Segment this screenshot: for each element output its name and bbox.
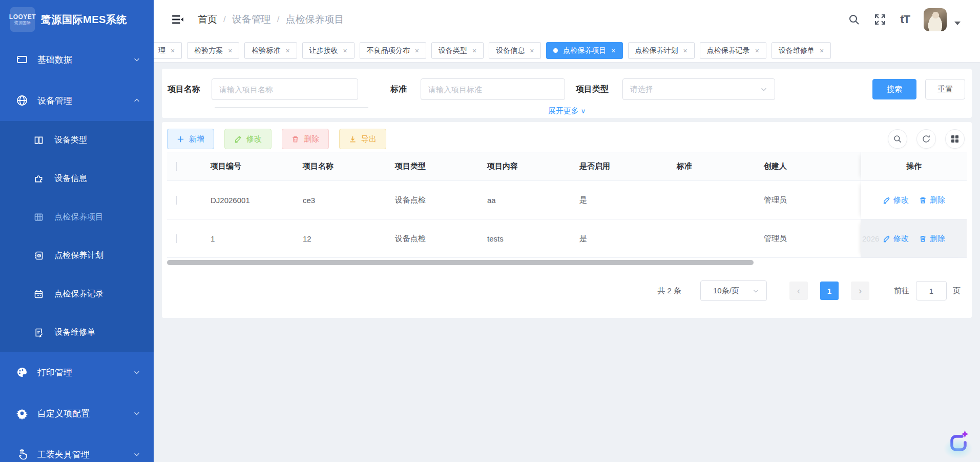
edit-button[interactable]: 修改 bbox=[224, 129, 272, 149]
table-row: 1 12 设备点检 tests 是 管理员 2026 修改 删除 bbox=[167, 219, 967, 258]
scrollbar-thumb[interactable] bbox=[167, 260, 754, 265]
tab-close-icon[interactable]: × bbox=[472, 47, 476, 54]
tab-close-icon[interactable]: × bbox=[285, 47, 289, 54]
sidebar-item-inspection-items[interactable]: 点检保养项目 bbox=[0, 198, 154, 236]
tab-inspection-items-active[interactable]: 点检保养项目× bbox=[546, 42, 622, 59]
pagination-total: 共 2 条 bbox=[657, 286, 681, 296]
page-size-select[interactable]: 10条/页 bbox=[700, 280, 767, 301]
col-header-type: 项目类型 bbox=[388, 162, 481, 171]
tab-cutoff[interactable]: 理× bbox=[154, 42, 182, 59]
tab-close-icon[interactable]: × bbox=[611, 47, 615, 54]
goto-label: 前往 bbox=[894, 286, 909, 296]
sidebar-item-base-data[interactable]: 基础数据 bbox=[0, 39, 154, 80]
tab-bar: 理× 检验方案× 检验标准× 让步接收× 不良品项分布× 设备类型× 设备信息×… bbox=[154, 39, 980, 63]
avatar-caret-down-icon[interactable] bbox=[954, 22, 961, 25]
project-name-input[interactable] bbox=[212, 78, 358, 100]
cell-type: 设备点检 bbox=[388, 234, 481, 244]
tab-concession-acceptance[interactable]: 让步接收× bbox=[302, 42, 355, 59]
next-page-button[interactable]: › bbox=[851, 282, 869, 300]
row-edit-link[interactable]: 修改 bbox=[883, 195, 909, 205]
tab-defect-distribution[interactable]: 不良品项分布× bbox=[360, 42, 426, 59]
search-icon[interactable] bbox=[848, 13, 860, 26]
standard-input[interactable] bbox=[421, 78, 565, 100]
breadcrumb-current-page: 点检保养项目 bbox=[285, 13, 344, 26]
user-avatar[interactable] bbox=[924, 8, 947, 31]
app-title: 鹭源国际MES系统 bbox=[41, 13, 127, 27]
logo-text: LOOYET bbox=[9, 14, 36, 21]
tab-close-icon[interactable]: × bbox=[343, 47, 347, 54]
tab-close-icon[interactable]: × bbox=[820, 47, 824, 54]
chevron-down-icon bbox=[753, 288, 759, 294]
fullscreen-icon[interactable] bbox=[874, 13, 886, 26]
hidden-column-peek: 2026 bbox=[862, 234, 879, 243]
cell-content: tests bbox=[481, 234, 573, 243]
sidebar-item-label: 设备类型 bbox=[54, 135, 87, 146]
sidebar-item-device-info[interactable]: 设备信息 bbox=[0, 159, 154, 198]
sidebar-item-repair-order[interactable]: 设备维修单 bbox=[0, 313, 154, 352]
row-checkbox[interactable] bbox=[176, 196, 177, 205]
prev-page-button[interactable]: ‹ bbox=[789, 282, 808, 300]
tab-close-icon[interactable]: × bbox=[683, 47, 687, 54]
tab-close-icon[interactable]: × bbox=[415, 47, 419, 54]
table-row: DJ2026001 ce3 设备点检 aa 是 管理员 修改 删除 bbox=[167, 181, 967, 219]
tab-inspection-scheme[interactable]: 检验方案× bbox=[187, 42, 239, 59]
search-button[interactable]: 搜索 bbox=[872, 79, 916, 99]
row-delete-link[interactable]: 删除 bbox=[919, 234, 945, 244]
row-edit-link[interactable]: 修改 bbox=[883, 234, 909, 244]
cell-name: ce3 bbox=[296, 196, 388, 205]
logo-row: LOOYET 鹭源国际 鹭源国际MES系统 bbox=[0, 0, 154, 39]
row-delete-link[interactable]: 删除 bbox=[919, 195, 945, 205]
project-type-select[interactable]: 请选择 bbox=[622, 78, 775, 100]
breadcrumb-home[interactable]: 首页 bbox=[198, 13, 217, 26]
tab-close-icon[interactable]: × bbox=[171, 47, 175, 54]
cell-code: 1 bbox=[204, 234, 296, 243]
logo-subtext: 鹭源国际 bbox=[14, 21, 31, 25]
table-card: 新增 修改 删除 导出 bbox=[162, 122, 972, 318]
refresh-icon[interactable] bbox=[916, 129, 936, 149]
goto-page-input[interactable] bbox=[916, 281, 947, 300]
filter-card: 项目名称 标准 项目类型 请选择 搜索 重置 展开更多 ∨ bbox=[162, 69, 972, 118]
sidebar-item-label: 自定义项配置 bbox=[37, 408, 90, 419]
tab-close-icon[interactable]: × bbox=[755, 47, 759, 54]
gear-icon bbox=[15, 407, 29, 420]
sidebar-item-device-type[interactable]: 设备类型 bbox=[0, 121, 154, 159]
pencil-icon bbox=[883, 196, 890, 204]
export-button[interactable]: 导出 bbox=[339, 129, 386, 149]
table-search-icon[interactable] bbox=[888, 129, 907, 149]
sidebar-item-label: 设备信息 bbox=[54, 173, 87, 184]
cell-code: DJ2026001 bbox=[204, 196, 296, 205]
row-checkbox[interactable] bbox=[176, 234, 177, 243]
col-header-standard: 标准 bbox=[670, 162, 757, 171]
sidebar-item-tooling-management[interactable]: 工装夹具管理 bbox=[0, 434, 154, 462]
puzzle-icon bbox=[33, 173, 44, 185]
tab-inspection-record[interactable]: 点检保养记录× bbox=[700, 42, 766, 59]
tab-inspection-plan[interactable]: 点检保养计划× bbox=[628, 42, 695, 59]
sidebar-item-inspection-plan[interactable]: 点检保养计划 bbox=[0, 236, 154, 275]
tab-close-icon[interactable]: × bbox=[530, 47, 534, 54]
column-settings-icon[interactable] bbox=[945, 129, 965, 149]
data-table: 项目编号 项目名称 项目类型 项目内容 是否启用 标准 创建人 操作 DJ202… bbox=[167, 152, 967, 258]
tab-device-info[interactable]: 设备信息× bbox=[489, 42, 541, 59]
pencil-icon bbox=[883, 235, 890, 243]
sidebar-item-print-management[interactable]: 打印管理 bbox=[0, 352, 154, 393]
add-button[interactable]: 新增 bbox=[167, 129, 214, 149]
tab-close-icon[interactable]: × bbox=[228, 47, 232, 54]
reset-button[interactable]: 重置 bbox=[925, 79, 965, 99]
tab-repair-order[interactable]: 设备维修单× bbox=[772, 42, 831, 59]
select-all-checkbox[interactable] bbox=[176, 162, 177, 171]
sidebar-item-label: 设备维修单 bbox=[54, 327, 95, 338]
font-size-icon[interactable]: tT bbox=[900, 13, 910, 26]
sidebar-fold-icon[interactable] bbox=[171, 13, 184, 26]
tab-device-type[interactable]: 设备类型× bbox=[431, 42, 484, 59]
page-number-1[interactable]: 1 bbox=[820, 282, 839, 300]
tab-inspection-standard[interactable]: 检验标准× bbox=[244, 42, 297, 59]
expand-more-link[interactable]: 展开更多 ∨ bbox=[162, 106, 972, 116]
sidebar-item-custom-config[interactable]: 自定义项配置 bbox=[0, 393, 154, 434]
col-header-name: 项目名称 bbox=[296, 162, 388, 171]
table-header-row: 项目编号 项目名称 项目类型 项目内容 是否启用 标准 创建人 操作 bbox=[167, 152, 967, 181]
delete-button[interactable]: 删除 bbox=[282, 129, 329, 149]
table-toolbar: 新增 修改 删除 导出 bbox=[167, 126, 967, 152]
sidebar-item-inspection-record[interactable]: 点检保养记录 bbox=[0, 275, 154, 313]
ai-assistant-button[interactable] bbox=[945, 429, 971, 456]
sidebar-item-device-management[interactable]: 设备管理 bbox=[0, 80, 154, 121]
